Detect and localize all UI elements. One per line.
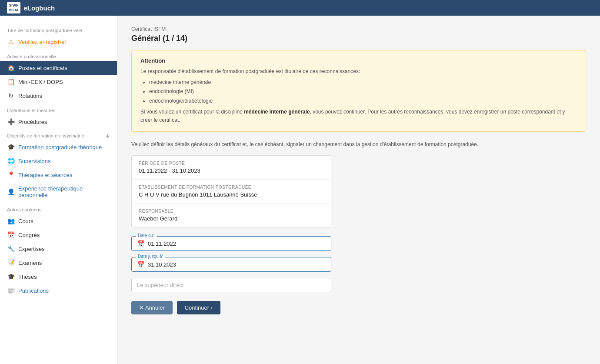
info-card-label-etablissement: ÉTABLISSEMENT DE FORMATION POSTGRADUÉE xyxy=(139,185,324,190)
plus-icon: ➕ xyxy=(7,118,15,125)
cancel-button[interactable]: ✕ Annuler xyxy=(131,301,173,314)
graduation-icon: 🎓 xyxy=(7,144,15,150)
person-icon: 👤 xyxy=(7,188,15,195)
info-card: PÉRIODE DE POSTE 01.11.2022 - 31.10.2023… xyxy=(131,155,331,227)
info-card-label-periode: PÉRIODE DE POSTE xyxy=(139,161,324,166)
memo-icon: 📝 xyxy=(7,259,15,266)
info-card-value-periode: 01.11.2022 - 31.10.2023 xyxy=(139,167,324,174)
page-title: Général (1 / 14) xyxy=(131,34,586,43)
description-text: Veuillez définir les détails généraux du… xyxy=(131,140,586,148)
attention-list-item: endocrinologie/diabétologie xyxy=(149,97,577,105)
supervisor-field[interactable]: Le supérieur direct xyxy=(131,278,331,292)
sidebar-item-label: Congrès xyxy=(18,232,40,238)
attention-list-item: médecine interne générale xyxy=(149,78,577,87)
sidebar-section-titre: Titre de formation postgraduée visé xyxy=(0,23,117,35)
calendar-from-icon: 📅 xyxy=(137,240,144,247)
sidebar-item-supervisions[interactable]: 🌐 Supervisions xyxy=(0,154,117,168)
wrench-icon: 🔧 xyxy=(7,245,15,252)
sidebar-item-label: Postes et certificats xyxy=(18,65,67,71)
sidebar-section-autres: Autres contenus xyxy=(0,202,117,214)
calendar-icon: 📅 xyxy=(7,231,15,238)
app-header: SIWFISFM eLogbuch xyxy=(0,0,600,16)
sidebar-item-label: Publications xyxy=(18,287,49,294)
app-name: eLogbuch xyxy=(24,4,55,12)
info-card-row-etablissement: ÉTABLISSEMENT DE FORMATION POSTGRADUÉE C… xyxy=(132,180,331,204)
warning-icon: ⚠ xyxy=(7,38,15,45)
sidebar-item-rotations[interactable]: ↻ Rotations xyxy=(0,89,117,103)
clipboard-icon: 📋 xyxy=(7,78,15,85)
attention-note-prefix: Si vous voulez un certificat pour la dis… xyxy=(140,109,244,115)
sidebar-item-label: Mini-CEX / DOPS xyxy=(18,79,63,85)
attention-intro: Le responsable d'établissement de format… xyxy=(140,68,360,74)
main-content: Certificat ISFM Général (1 / 14) Attenti… xyxy=(117,16,600,364)
page-subtitle: Certificat ISFM xyxy=(131,26,586,32)
sidebar: Titre de formation postgraduée visé ⚠ Ve… xyxy=(0,16,117,364)
sidebar-section-objectifs: Objectifs de formation en psychiatrie ▲ xyxy=(0,129,117,140)
sidebar-item-postes[interactable]: 🏠 Postes et certificats xyxy=(0,61,117,75)
date-from-label: Date du* xyxy=(136,233,157,238)
collapse-arrow-icon[interactable]: ▲ xyxy=(105,133,110,138)
date-to-label: Date jusqu'à* xyxy=(136,254,165,259)
sidebar-item-label: Expertises xyxy=(18,246,45,252)
logo: SIWFISFM eLogbuch xyxy=(7,2,55,13)
info-card-row-responsable: RESPONSABLE Waeber Gérard xyxy=(132,204,331,227)
date-to-field[interactable]: Date jusqu'à* 📅 31.10.2023 xyxy=(131,257,331,272)
sidebar-item-label: Cours xyxy=(18,218,33,224)
supervisor-placeholder: Le supérieur direct xyxy=(137,282,184,288)
date-to-group: Date jusqu'à* 📅 31.10.2023 xyxy=(131,257,331,272)
sidebar-item-label: Procédures xyxy=(18,119,47,125)
cap-icon: 🎓 xyxy=(7,273,15,280)
logo-box: SIWFISFM xyxy=(7,2,20,13)
sidebar-item-cours[interactable]: 👥 Cours xyxy=(0,214,117,228)
newspaper-icon: 📰 xyxy=(7,287,15,294)
info-card-label-responsable: RESPONSABLE xyxy=(139,209,324,214)
sidebar-item-label: Veuillez enregistrer xyxy=(18,39,67,45)
sidebar-item-therapies[interactable]: 📍 Thérapies et séances xyxy=(0,168,117,182)
attention-body: Le responsable d'établissement de format… xyxy=(140,67,577,124)
attention-box: Attention Le responsable d'établissement… xyxy=(131,50,586,132)
sidebar-section-operations: Opérations et mesures xyxy=(0,103,117,115)
sidebar-item-mini-cex[interactable]: 📋 Mini-CEX / DOPS xyxy=(0,75,117,89)
sidebar-item-examens[interactable]: 📝 Examens xyxy=(0,256,117,270)
rotate-icon: ↻ xyxy=(7,92,15,99)
sidebar-item-publications[interactable]: 📰 Publications xyxy=(0,284,117,297)
sidebar-section-activite: Activité professionnelle xyxy=(0,49,117,61)
date-from-group: Date du* 📅 01.11.2022 xyxy=(131,236,331,251)
button-row: ✕ Annuler Continuer › xyxy=(131,301,586,314)
sidebar-item-formation[interactable]: 🎓 Formation postgraduée théorique xyxy=(0,140,117,154)
sidebar-item-warning[interactable]: ⚠ Veuillez enregistrer xyxy=(0,35,117,49)
sidebar-item-label: Supervisions xyxy=(18,158,50,164)
continue-button[interactable]: Continuer › xyxy=(177,301,220,314)
sidebar-item-label: Examens xyxy=(18,260,42,266)
attention-title: Attention xyxy=(140,57,577,64)
home-icon: 🏠 xyxy=(7,64,15,71)
sidebar-item-experience[interactable]: 👤 Expérience thérapeutique personnelle xyxy=(0,182,117,202)
sidebar-item-procedures[interactable]: ➕ Procédures xyxy=(0,115,117,129)
info-card-value-etablissement: C H U V rue du Bugnon 1011 Lausanne Suis… xyxy=(139,191,324,198)
attention-list: médecine interne générale endocrinologie… xyxy=(149,78,577,105)
attention-list-item: endocrinologie (MI) xyxy=(149,87,577,96)
date-from-value: 01.11.2022 xyxy=(148,240,176,247)
calendar-to-icon: 📅 xyxy=(137,261,144,268)
sidebar-item-label: Formation postgraduée théorique xyxy=(18,144,102,150)
sidebar-item-label: Expérience thérapeutique personnelle xyxy=(18,185,110,198)
sidebar-item-expertises[interactable]: 🔧 Expertises xyxy=(0,242,117,256)
sidebar-item-label: Rotations xyxy=(18,93,42,99)
date-from-field[interactable]: Date du* 📅 01.11.2022 xyxy=(131,236,331,251)
layout: Titre de formation postgraduée visé ⚠ Ve… xyxy=(0,16,600,364)
date-to-value: 31.10.2023 xyxy=(148,261,176,268)
sidebar-item-label: Thèses xyxy=(18,274,37,280)
attention-note-bold: médecine interne générale xyxy=(244,109,310,115)
sidebar-item-theses[interactable]: 🎓 Thèses xyxy=(0,270,117,284)
pin-icon: 📍 xyxy=(7,171,15,178)
sidebar-item-label: Thérapies et séances xyxy=(18,172,72,178)
group-icon: 👥 xyxy=(7,217,15,224)
globe-icon: 🌐 xyxy=(7,157,15,164)
info-card-row-periode: PÉRIODE DE POSTE 01.11.2022 - 31.10.2023 xyxy=(132,156,331,180)
sidebar-item-congres[interactable]: 📅 Congrès xyxy=(0,228,117,242)
info-card-value-responsable: Waeber Gérard xyxy=(139,215,324,222)
